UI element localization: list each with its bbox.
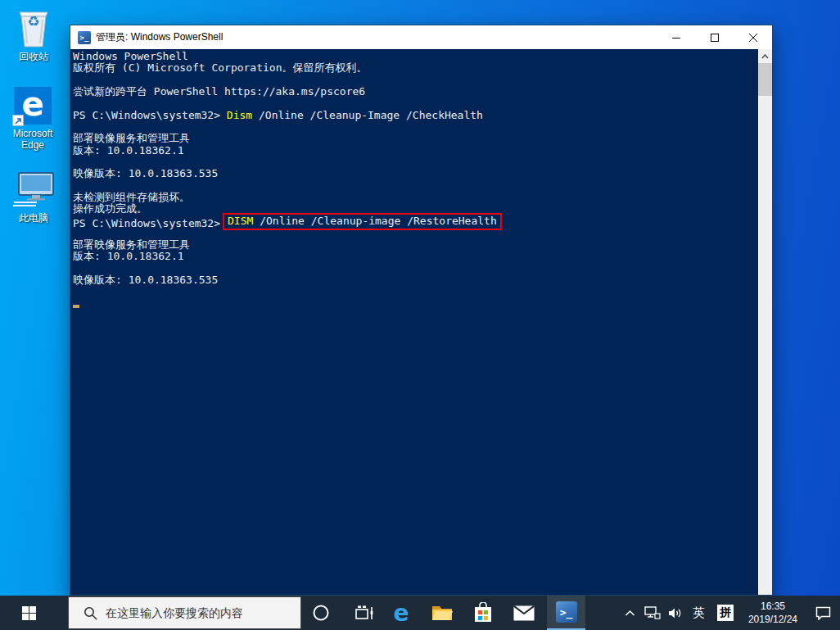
tray-language-indicator[interactable]: 英 xyxy=(687,596,711,630)
clock-date: 2019/12/24 xyxy=(748,613,797,626)
action-center-button[interactable] xyxy=(806,596,840,630)
taskbar-search[interactable] xyxy=(68,596,301,629)
taskbar: e >_ xyxy=(0,596,840,630)
task-view-icon xyxy=(355,605,374,621)
recycle-bin-icon: ♻ xyxy=(7,5,61,48)
store-icon xyxy=(473,602,493,623)
windows-logo-icon xyxy=(22,606,36,620)
clock-time: 16:35 xyxy=(748,600,797,613)
desktop-icon-recycle-bin[interactable]: ♻ 回收站 xyxy=(7,5,61,62)
shortcut-arrow-icon xyxy=(12,115,24,126)
desktop-icon-label: Microsoft Edge xyxy=(6,128,60,151)
search-icon xyxy=(84,606,97,620)
microsoft-store-button[interactable] xyxy=(464,596,502,630)
start-button[interactable] xyxy=(0,596,57,630)
close-button[interactable] xyxy=(734,25,772,49)
desktop-background[interactable]: ♻ 回收站 e Microsoft Edge xyxy=(0,0,840,630)
desktop-icon-edge[interactable]: e Microsoft Edge xyxy=(6,82,60,151)
powershell-taskbar-button[interactable]: >_ xyxy=(547,596,585,630)
recycle-symbol-icon: ♻ xyxy=(27,13,39,29)
tray-network-button[interactable] xyxy=(641,596,664,630)
edge-icon: e xyxy=(6,82,60,125)
desktop-icon-this-pc[interactable]: 此电脑 xyxy=(7,166,61,224)
action-center-icon xyxy=(815,606,831,620)
powershell-window: >_ 管理员: Windows PowerShell Windows Power… xyxy=(70,25,773,596)
powershell-icon: >_ xyxy=(556,601,577,623)
desktop-icon-label: 回收站 xyxy=(7,51,61,62)
tray-ime-indicator[interactable]: 拼 xyxy=(711,596,740,630)
search-input[interactable] xyxy=(106,606,300,619)
scrollbar[interactable] xyxy=(758,49,772,595)
speaker-icon xyxy=(668,607,683,619)
desktop-icon-label: 此电脑 xyxy=(7,212,61,224)
edge-icon: e xyxy=(394,600,409,627)
mail-button[interactable] xyxy=(505,596,543,630)
cortana-button[interactable] xyxy=(302,596,340,630)
scrollbar-thumb[interactable] xyxy=(758,63,772,96)
tray-volume-button[interactable] xyxy=(664,596,687,630)
this-pc-icon xyxy=(7,166,61,209)
file-explorer-icon xyxy=(431,604,453,622)
window-title: 管理员: Windows PowerShell xyxy=(96,30,657,44)
tray-clock[interactable]: 16:35 2019/12/24 xyxy=(740,596,806,630)
console-output[interactable]: Windows PowerShell版权所有 (C) Microsoft Cor… xyxy=(70,49,758,595)
edge-taskbar-button[interactable]: e xyxy=(382,596,420,630)
powershell-icon: >_ xyxy=(78,31,91,44)
task-view-button[interactable] xyxy=(345,596,383,630)
network-icon xyxy=(644,606,661,619)
maximize-button[interactable] xyxy=(695,25,734,49)
tray-show-hidden-icons[interactable] xyxy=(620,596,641,630)
chevron-up-icon xyxy=(625,610,635,617)
ime-pinyin-icon: 拼 xyxy=(717,605,734,621)
cortana-icon xyxy=(312,604,330,622)
mail-icon xyxy=(513,605,535,621)
scrollbar-up-arrow-icon[interactable] xyxy=(758,49,772,63)
minimize-button[interactable] xyxy=(657,25,695,49)
window-titlebar[interactable]: >_ 管理员: Windows PowerShell xyxy=(70,25,772,49)
file-explorer-button[interactable] xyxy=(423,596,461,630)
